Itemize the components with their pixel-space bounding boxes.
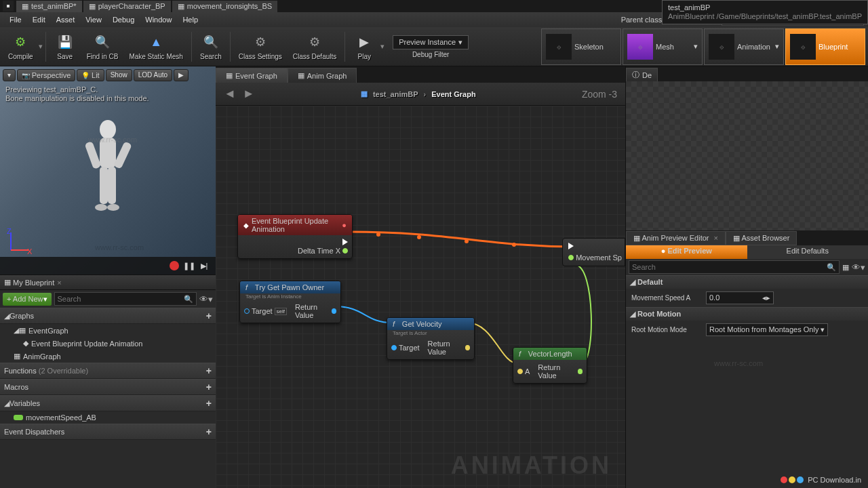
subtab-edit-defaults[interactable]: Edit Defaults xyxy=(747,245,869,259)
svg-point-6 xyxy=(95,204,107,211)
menu-help[interactable]: Help xyxy=(177,14,203,25)
add-icon[interactable]: + xyxy=(206,382,212,392)
eye-icon[interactable]: 👁▾ xyxy=(852,262,865,272)
search-button[interactable]: 🔍Search xyxy=(195,28,227,65)
title-tab[interactable]: ▦movement_ironsights_BS xyxy=(172,1,277,12)
add-icon[interactable]: + xyxy=(206,398,212,409)
mode-blueprint[interactable]: ⟐Blueprint xyxy=(785,28,865,65)
breadcrumb-root[interactable]: test_animBP xyxy=(373,90,418,98)
preview-tabs: ▦ Anim Preview Editor × ▦ Asset Browser xyxy=(626,230,868,245)
viewport-lit[interactable]: 💡 Lit xyxy=(77,69,104,81)
make-static-mesh-button[interactable]: ▲Make Static Mesh xyxy=(123,28,188,65)
menu-asset[interactable]: Asset xyxy=(51,14,81,25)
find-in-cb-button[interactable]: 🔍Find in CB xyxy=(81,28,124,65)
target-pin[interactable]: Target self xyxy=(244,307,287,315)
graph-canvas[interactable]: ◆ Event Blueprint Update Animation ● Del… xyxy=(216,106,625,488)
add-icon[interactable]: + xyxy=(206,310,212,321)
tree-cat-functions[interactable]: Functions (2 Overridable)+ xyxy=(0,363,216,379)
property-search[interactable]: 🔍 xyxy=(629,260,840,274)
nav-back-button[interactable]: ◄ xyxy=(224,87,236,101)
right-column: ⓘ De test_animBP AnimBlueprint /Game/Blu… xyxy=(625,66,868,488)
breadcrumb-current[interactable]: Event Graph xyxy=(431,90,475,98)
grid-icon[interactable]: ▦ xyxy=(842,263,849,272)
pause-button[interactable]: ❚❚ xyxy=(183,260,195,272)
viewport-lod[interactable]: LOD Auto xyxy=(134,69,172,81)
preview-instance-combo[interactable]: Preview Instance▾ xyxy=(393,35,469,49)
menu-edit[interactable]: Edit xyxy=(27,14,51,25)
delta-time-pin[interactable]: Delta Time X xyxy=(298,247,348,255)
nav-fwd-button[interactable]: ► xyxy=(243,87,255,101)
menu-file[interactable]: File xyxy=(4,14,27,25)
panel-icon: ▦ xyxy=(4,278,11,287)
node-event-bp-update[interactable]: ◆ Event Blueprint Update Animation ● Del… xyxy=(237,214,353,259)
record-button[interactable] xyxy=(168,260,180,272)
viewport-show[interactable]: Show xyxy=(106,69,132,81)
return-value-pin[interactable]: Return Value xyxy=(295,303,336,319)
graph-tab-event[interactable]: ▦ Event Graph xyxy=(216,68,288,83)
node-try-get-pawn-owner[interactable]: f Try Get Pawn Owner Target is Anim Inst… xyxy=(239,281,341,323)
add-new-button[interactable]: + Add New ▾ xyxy=(3,293,52,306)
viewport-menu[interactable]: ▾ xyxy=(3,69,16,81)
play-button[interactable]: ▶Play xyxy=(348,28,380,65)
tree-item-event-bp-update[interactable]: ◆ Event Blueprint Update Animation xyxy=(0,337,216,350)
breadcrumb: ▦ test_animBP › Event Graph xyxy=(361,89,476,98)
add-icon[interactable]: + xyxy=(206,365,212,376)
svg-rect-2 xyxy=(85,141,102,169)
details-tab[interactable]: ⓘ De xyxy=(626,68,658,81)
mode-skeleton[interactable]: ⟐Skeleton xyxy=(541,28,621,65)
subtab-edit-preview[interactable]: ● Edit Preview xyxy=(626,245,747,259)
exec-out-pin[interactable] xyxy=(342,239,348,245)
step-button[interactable]: ▶| xyxy=(198,260,210,272)
viewport-perspective[interactable]: 📷 Perspective xyxy=(17,69,75,81)
title-tab[interactable]: ▦playerCharacter_BP xyxy=(83,1,171,12)
mode-animation[interactable]: ⟐Animation▾ xyxy=(704,28,784,65)
watermark: www.rr-sc.com xyxy=(714,359,763,367)
return-value-pin[interactable]: Return Value xyxy=(428,340,470,356)
my-blueprint-search[interactable]: 🔍 xyxy=(54,292,197,306)
panel-close-icon[interactable]: × xyxy=(57,279,61,287)
menu-view[interactable]: View xyxy=(80,14,107,25)
tree-cat-dispatchers[interactable]: Event Dispatchers+ xyxy=(0,424,216,440)
save-button[interactable]: 💾Save xyxy=(49,28,81,65)
class-defaults-button[interactable]: ⚙Class Defaults xyxy=(288,28,342,65)
prop-cat-default[interactable]: ◢ Default xyxy=(626,275,868,289)
tree-item-variable[interactable]: movementSpeed_AB xyxy=(0,411,216,424)
menu-debug[interactable]: Debug xyxy=(107,14,140,25)
tree-item-animgraph[interactable]: ▦ AnimGraph xyxy=(0,350,216,363)
eye-icon[interactable]: 👁▾ xyxy=(199,294,213,304)
prop-cat-root-motion[interactable]: ◢ Root Motion xyxy=(626,307,868,321)
menu-window[interactable]: Window xyxy=(140,14,177,25)
defaults-icon: ⚙ xyxy=(305,33,324,52)
class-settings-button[interactable]: ⚙Class Settings xyxy=(233,28,288,65)
mode-mesh[interactable]: ⟐Mesh▾ xyxy=(623,28,703,65)
movement-speed-pin[interactable]: Movement Sp xyxy=(568,253,622,262)
tree-cat-macros[interactable]: Macros+ xyxy=(0,379,216,395)
node-get-velocity[interactable]: f Get Velocity Target is Actor Target Re… xyxy=(387,317,475,360)
spinner-icon[interactable]: ◂▸ xyxy=(762,293,770,302)
prop-label: Root Motion Mode xyxy=(631,326,706,333)
preview-subtabs: ● Edit Preview Edit Defaults xyxy=(626,245,868,259)
tree-cat-variables[interactable]: ◢Variables+ xyxy=(0,395,216,411)
viewport-speed[interactable]: ▶ xyxy=(174,69,189,81)
a-pin[interactable]: A xyxy=(517,367,530,375)
viewport[interactable]: ▾ 📷 Perspective 💡 Lit Show LOD Auto ▶ Pr… xyxy=(0,66,216,275)
title-tab[interactable]: ▦test_animBP* xyxy=(16,1,82,12)
exec-in-pin[interactable] xyxy=(568,243,622,249)
svg-rect-1 xyxy=(100,138,116,168)
save-icon: 💾 xyxy=(56,33,75,52)
tree-item-eventgraph[interactable]: ◢▦ EventGraph xyxy=(0,324,216,337)
return-value-pin[interactable]: Return Value xyxy=(538,363,583,380)
debug-filter-label: Debug Filter xyxy=(393,51,469,58)
graph-tab-anim[interactable]: ▦ Anim Graph xyxy=(288,68,357,83)
movement-speed-input[interactable]: 0.0◂▸ xyxy=(706,291,774,304)
root-motion-combo[interactable]: Root Motion from Montages Only▾ xyxy=(706,323,828,336)
compile-button[interactable]: ⚙Compile xyxy=(3,28,39,65)
node-set-cutoff[interactable]: Movement Sp xyxy=(562,238,625,266)
tab-asset-browser[interactable]: ▦ Asset Browser xyxy=(726,231,797,245)
tree-cat-graphs[interactable]: ◢Graphs+ xyxy=(0,308,216,324)
node-vector-length[interactable]: f VectorLength A Return Value xyxy=(513,347,587,384)
add-icon[interactable]: + xyxy=(206,426,212,437)
tab-anim-preview[interactable]: ▦ Anim Preview Editor × xyxy=(626,231,726,245)
graph-nav: ◄ ► ▦ test_animBP › Event Graph Zoom -3 xyxy=(216,83,625,106)
target-pin[interactable]: Target xyxy=(391,344,420,352)
